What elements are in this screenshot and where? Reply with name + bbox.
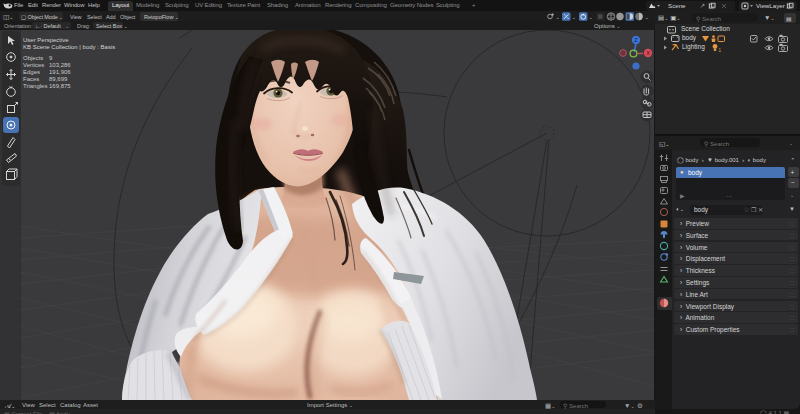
svg-text:X: X	[646, 50, 650, 56]
svg-text:⌄: ⌄	[556, 13, 561, 19]
svg-text:Scene: Scene	[668, 2, 686, 9]
svg-text:⌄: ⌄	[589, 13, 594, 19]
svg-text:⌄: ⌄	[645, 13, 650, 19]
svg-text:⌄: ⌄	[572, 13, 577, 19]
svg-text:1: 1	[719, 48, 722, 53]
svg-text:ViewLayer: ViewLayer	[756, 2, 785, 9]
